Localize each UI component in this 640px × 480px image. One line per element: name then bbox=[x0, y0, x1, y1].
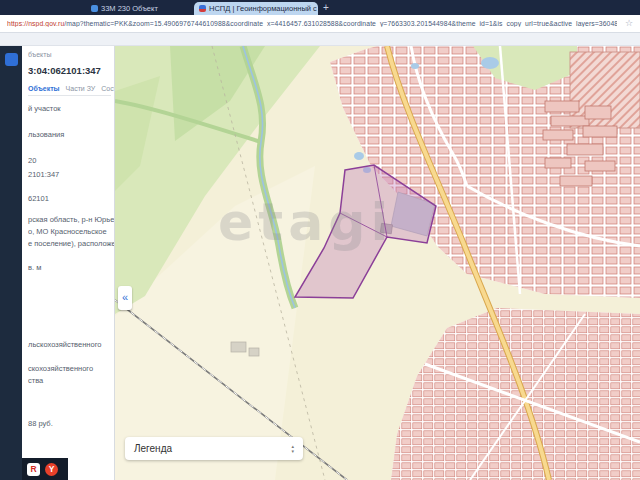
parcel-info-panel: бъекты 3:04:062101:347 Объекты Части ЗУ … bbox=[22, 46, 115, 480]
tab-parcel-parts[interactable]: Части ЗУ bbox=[66, 85, 96, 92]
new-tab-button[interactable]: + bbox=[318, 1, 334, 15]
app-icon-r[interactable]: R bbox=[27, 463, 40, 476]
address-bar: https://nspd.gov.ru/map?thematic=PKK&zoo… bbox=[0, 15, 640, 33]
chevron-down-icon: ▾ bbox=[291, 449, 294, 454]
parcel-attribute-line: ства bbox=[28, 376, 111, 385]
map-canvas[interactable]: etagi « Легенда ▴ ▾ bbox=[115, 46, 640, 480]
breadcrumb: бъекты bbox=[28, 51, 111, 58]
parcel-title: 3:04:062101:347 bbox=[28, 65, 111, 76]
parcel-attribute-line: льзования bbox=[28, 130, 111, 139]
bookmark-star-icon[interactable]: ☆ bbox=[625, 19, 633, 28]
browser-tab-nspd-active[interactable]: НСПД | Геоинформационный с × bbox=[194, 2, 318, 15]
url-field[interactable]: https://nspd.gov.ru/map?thematic=PKK&zoo… bbox=[7, 20, 617, 27]
browser-tab-bar: 33М 230 Объект НСПД | Геоинформационный … bbox=[0, 0, 640, 15]
bookmarks-bar bbox=[0, 33, 640, 46]
panel-tabs: Объекты Части ЗУ Соста bbox=[28, 85, 111, 96]
parcel-attributes: й участокльзования202101:34762101рская о… bbox=[28, 104, 111, 428]
tab-objects[interactable]: Объекты bbox=[28, 85, 60, 92]
legend-bar[interactable]: Легенда ▴ ▾ bbox=[125, 437, 303, 460]
panel-app-icon[interactable] bbox=[5, 53, 18, 66]
tab-favicon bbox=[199, 5, 206, 12]
browser-tab-other[interactable]: 33М 230 Объект bbox=[86, 2, 194, 15]
tab-favicon bbox=[91, 5, 98, 12]
parcel-attribute-line: льскохозяйственного bbox=[28, 340, 111, 349]
url-path: /map?thematic=PKK&zoom=15.49069767446109… bbox=[64, 20, 617, 27]
parcel-attribute-line: 20 bbox=[28, 156, 111, 165]
legend-collapse-icon[interactable]: ▴ ▾ bbox=[291, 444, 294, 453]
parcel-attribute-line: в. м bbox=[28, 263, 111, 272]
parcel-attribute-line: рская область, р-н Юрьев- bbox=[28, 215, 111, 224]
parcel-attribute-line: 62101 bbox=[28, 194, 111, 203]
tab-label: НСПД | Геоинформационный с bbox=[209, 4, 317, 13]
parcel-attribute-line: 88 руб. bbox=[28, 419, 111, 428]
tab-composition[interactable]: Соста bbox=[101, 85, 115, 92]
panel-collapse-button[interactable]: « bbox=[118, 286, 132, 310]
parcel-attribute-line: скохозяйственного bbox=[28, 364, 111, 373]
url-origin: https://nspd.gov.ru bbox=[7, 20, 64, 27]
parcel-attribute-line: 2101:347 bbox=[28, 170, 111, 179]
taskbar-corner: R Y bbox=[22, 458, 68, 480]
map-svg bbox=[115, 46, 640, 480]
parcel-attribute-line: е поселение), расположен bbox=[28, 239, 111, 248]
tab-label: 33М 230 Объект bbox=[101, 4, 158, 13]
app-icon-y[interactable]: Y bbox=[45, 463, 58, 476]
parcel-attribute-line: о, МО Красносельское bbox=[28, 227, 111, 236]
browser-window: 33М 230 Объект НСПД | Геоинформационный … bbox=[0, 0, 640, 480]
legend-label: Легенда bbox=[134, 443, 172, 454]
side-toolbar bbox=[0, 46, 22, 480]
parcel-attribute-line: й участок bbox=[28, 104, 111, 113]
